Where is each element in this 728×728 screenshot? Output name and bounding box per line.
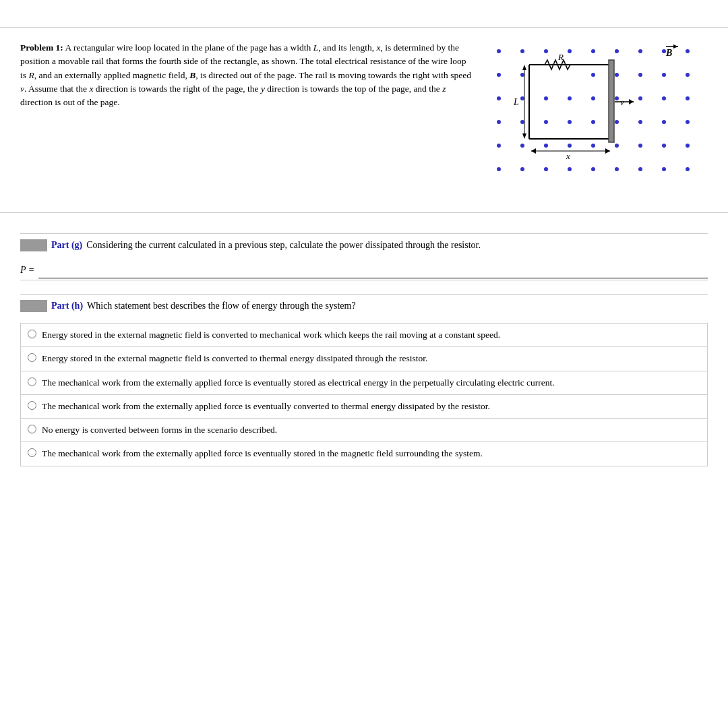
svg-point-26	[662, 120, 666, 124]
svg-point-20	[662, 96, 666, 100]
svg-point-51	[591, 120, 595, 124]
radio-option-4[interactable]	[28, 401, 36, 410]
part-g-question: Considering the current calculated in a …	[86, 240, 481, 251]
svg-point-23	[520, 120, 524, 124]
option-4-text: The mechanical work from the externally …	[42, 400, 490, 413]
svg-point-10	[520, 73, 524, 77]
list-item: Energy stored in the external magnetic f…	[21, 324, 707, 347]
radio-option-3[interactable]	[28, 377, 36, 386]
svg-marker-66	[531, 148, 536, 154]
svg-point-41	[591, 167, 595, 171]
answer-input-p[interactable]	[38, 262, 708, 278]
svg-marker-60	[522, 133, 526, 139]
option-3-text: The mechanical work from the externally …	[42, 376, 555, 390]
radio-options: Energy stored in the external magnetic f…	[20, 323, 708, 466]
svg-point-34	[638, 144, 642, 148]
list-item: The mechanical work from the externally …	[21, 395, 707, 419]
option-2-text: Energy stored in the external magnetic f…	[42, 352, 427, 365]
svg-point-24	[615, 120, 619, 124]
answer-label-p: P =	[20, 265, 34, 276]
part-g-section: Part (g) Considering the current calcula…	[0, 233, 728, 280]
svg-point-13	[638, 73, 642, 77]
svg-point-4	[591, 49, 595, 53]
part-h-header: Part (h) Which statement best describes …	[20, 294, 708, 317]
problem-description: A rectangular wire loop located in the p…	[20, 42, 471, 107]
option-1-text: Energy stored in the external magnetic f…	[42, 328, 500, 342]
svg-point-6	[638, 49, 642, 53]
svg-point-9	[497, 73, 501, 77]
option-5-text: No energy is converted between forms in …	[42, 423, 277, 437]
svg-point-32	[591, 144, 595, 148]
part-g-header: Part (g) Considering the current calcula…	[20, 233, 708, 257]
list-item: Energy stored in the external magnetic f…	[21, 347, 707, 371]
svg-marker-59	[522, 65, 526, 70]
svg-point-31	[568, 144, 572, 148]
svg-point-28	[497, 144, 501, 148]
problem-section: Problem 1: A rectangular wire loop locat…	[0, 27, 728, 213]
svg-point-42	[615, 167, 619, 171]
svg-point-12	[615, 73, 619, 77]
svg-point-16	[497, 96, 501, 100]
radio-option-1[interactable]	[28, 330, 36, 338]
svg-point-33	[615, 144, 619, 148]
diagram-svg: R L v x B	[485, 41, 701, 196]
svg-point-46	[544, 96, 548, 100]
svg-point-43	[638, 167, 642, 171]
radio-option-5[interactable]	[28, 425, 36, 433]
part-h-label: Part (h)	[51, 301, 83, 311]
diagram-area: R L v x B	[485, 41, 708, 199]
svg-point-21	[686, 96, 690, 100]
svg-point-36	[686, 144, 690, 148]
radio-option-6[interactable]	[28, 448, 36, 457]
svg-text:L: L	[513, 97, 519, 107]
svg-point-30	[544, 144, 548, 148]
svg-point-5	[615, 49, 619, 53]
answer-row-p: P =	[20, 262, 708, 280]
svg-point-0	[497, 49, 501, 53]
problem-label: Problem 1:	[20, 42, 63, 53]
svg-point-11	[591, 73, 595, 77]
svg-marker-70	[673, 44, 678, 49]
svg-point-17	[520, 96, 524, 100]
svg-point-47	[568, 96, 572, 100]
svg-text:B: B	[665, 48, 672, 58]
svg-point-29	[520, 144, 524, 148]
svg-point-50	[591, 96, 595, 100]
part-h-bar	[20, 300, 47, 312]
svg-point-14	[662, 73, 666, 77]
svg-point-35	[662, 144, 666, 148]
svg-marker-63	[629, 99, 634, 104]
problem-text: Problem 1: A rectangular wire loop locat…	[20, 41, 485, 199]
svg-point-18	[615, 96, 619, 100]
svg-point-48	[544, 120, 548, 124]
svg-point-45	[686, 167, 690, 171]
svg-point-22	[497, 120, 501, 124]
svg-text:x: x	[566, 151, 570, 161]
svg-marker-67	[605, 148, 610, 154]
part-g-bar	[20, 239, 47, 251]
svg-point-49	[568, 120, 572, 124]
svg-rect-55	[609, 60, 614, 142]
radio-option-2[interactable]	[28, 353, 36, 362]
svg-point-15	[686, 73, 690, 77]
list-item: The mechanical work from the externally …	[21, 371, 707, 395]
svg-point-39	[544, 167, 548, 171]
svg-point-37	[497, 167, 501, 171]
svg-point-1	[520, 49, 524, 53]
svg-point-2	[544, 49, 548, 53]
part-h-section: Part (h) Which statement best describes …	[0, 294, 728, 466]
svg-point-3	[568, 49, 572, 53]
svg-point-8	[686, 49, 690, 53]
svg-point-27	[686, 120, 690, 124]
svg-point-19	[638, 96, 642, 100]
svg-point-25	[638, 120, 642, 124]
svg-point-44	[662, 167, 666, 171]
svg-point-40	[568, 167, 572, 171]
list-item: The mechanical work from the externally …	[21, 442, 707, 465]
list-item: No energy is converted between forms in …	[21, 419, 707, 442]
svg-text:R: R	[557, 52, 564, 62]
page: Problem 1: A rectangular wire loop locat…	[0, 0, 728, 728]
svg-point-38	[520, 167, 524, 171]
part-g-label: Part (g)	[51, 240, 82, 251]
part-h-question: Which statement best describes the flow …	[87, 301, 356, 311]
